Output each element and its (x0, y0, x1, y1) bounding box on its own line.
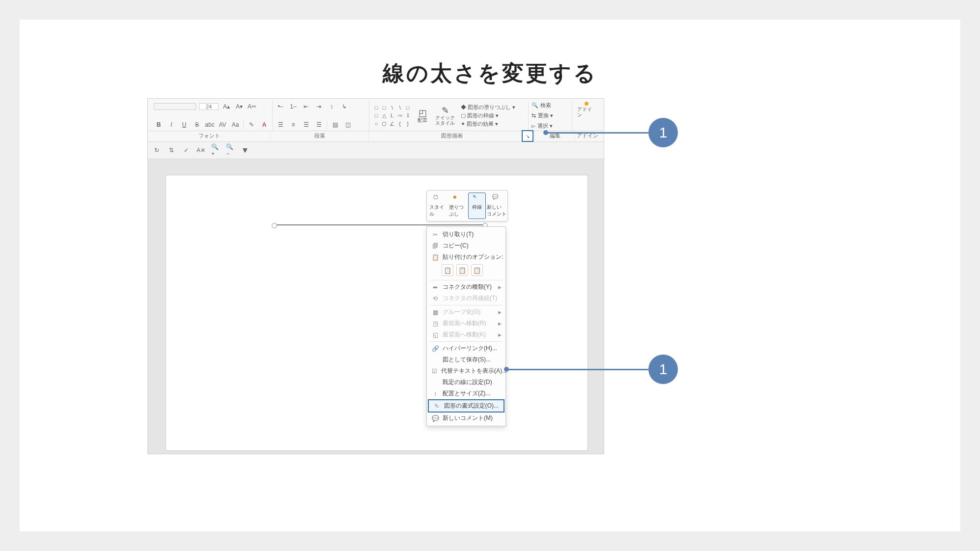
indent-dec-icon[interactable]: ⇤ (301, 102, 311, 111)
page-title: 線の太さを変更する (20, 59, 960, 88)
columns-icon[interactable]: ▤ (330, 120, 340, 130)
ctx-cut[interactable]: ✂切り取り(T) (427, 229, 505, 240)
qat-icon-2[interactable]: ⇅ (167, 145, 176, 155)
group-label-drawing: 図形描画 ↘ (369, 131, 535, 141)
font-name-input[interactable] (154, 103, 196, 110)
bullets-icon[interactable]: •– (276, 102, 285, 111)
paste-chip-1[interactable]: 📋 (442, 264, 453, 276)
ctx-default-line[interactable]: 既定の線に設定(D) (427, 377, 505, 388)
align-center-icon[interactable]: ≡ (288, 120, 298, 130)
selected-shape-line[interactable] (274, 224, 485, 225)
mini-comment-button[interactable]: 💬 新しい コメント (488, 193, 505, 219)
smartart-icon[interactable]: ◫ (343, 120, 353, 130)
callout-1-badge-menu: 1 (648, 355, 678, 384)
quick-access-toolbar: ↻ ⇅ ✓ A✕ 🔍+ 🔍− ⯆ (148, 142, 604, 159)
qat-overflow-icon[interactable]: ⯆ (240, 145, 250, 155)
align-right-icon[interactable]: ☰ (301, 120, 311, 130)
ctx-new-comment[interactable]: 💬新しいコメント(M) (427, 413, 505, 424)
bold-icon[interactable]: B (154, 120, 164, 130)
ribbon-group-drawing: □□\\□ □△L⇨⇩ ○⬡∠{} ◰ 配置 (369, 101, 529, 131)
qat-icon-4[interactable]: A✕ (196, 145, 206, 155)
paste-chip-3[interactable]: 📋 (471, 264, 483, 276)
qat-icon-3[interactable]: ✓ (181, 145, 191, 155)
increase-font-icon[interactable]: A▴ (222, 102, 231, 111)
ctx-send-back: ◱最背面へ移動(K)▶ (427, 329, 505, 340)
ribbon-group-paragraph: •– 1– ⇤ ⇥ ↕ ↳ ☰ ≡ ☰ ☰ ▤ ◫ (273, 101, 369, 131)
justify-icon[interactable]: ☰ (314, 120, 324, 130)
shape-fill-button[interactable]: ◆ 図形の塗りつぶし ▾ (461, 104, 515, 111)
callout-1-line-menu (506, 369, 648, 370)
ribbon-group-addin: アドイン (572, 101, 601, 131)
mini-style-button[interactable]: ▢ スタイル (429, 193, 447, 219)
ribbon-group-font: A▴ A▾ A✂ B I U S abc AV Aa ✎ A (151, 101, 273, 131)
ctx-bring-front: ◳最前面へ移動(R)▶ (427, 318, 505, 329)
addin-button[interactable]: アドイン (575, 102, 598, 117)
ctx-size-position[interactable]: ↕配置とサイズ(Z)... (427, 388, 505, 399)
drawing-dialog-launcher[interactable]: ↘ (522, 130, 533, 142)
mini-fill-button[interactable]: ◆ 塗りつぶし (448, 193, 466, 219)
font-color-icon[interactable]: A (259, 120, 269, 130)
ribbon: A▴ A▾ A✂ B I U S abc AV Aa ✎ A (148, 99, 604, 131)
callout-1-badge-ribbon: 1 (648, 118, 678, 147)
font-size-input[interactable] (199, 103, 219, 110)
shape-outline-button[interactable]: ▢ 図形の枠線 ▾ (461, 112, 515, 119)
char-spacing-icon[interactable]: AV (218, 120, 227, 130)
decrease-font-icon[interactable]: A▾ (234, 102, 244, 111)
resize-handle-left[interactable] (272, 223, 277, 228)
select-button[interactable]: ▻ 選択 ▾ (532, 122, 569, 130)
replace-button[interactable]: ⇆ 置換 ▾ (532, 112, 569, 119)
align-left-icon[interactable]: ☰ (276, 120, 285, 130)
paste-options-row: 📋 📋 📋 (427, 263, 505, 279)
context-menu: ✂切り取り(T) 🗐コピー(C) 📋貼り付けのオプション: 📋 📋 📋 ➦コネク… (426, 226, 506, 426)
clear-format-icon[interactable]: A✂ (247, 102, 257, 111)
line-spacing-icon[interactable]: ↕ (327, 102, 336, 111)
ctx-hyperlink[interactable]: 🔗ハイパーリンク(H)... (427, 343, 505, 354)
text-direction-icon[interactable]: ↳ (339, 102, 349, 111)
quick-style-button[interactable]: ✎ クイック スタイル (433, 106, 457, 126)
highlight-icon[interactable]: ✎ (247, 120, 256, 130)
word-window: A▴ A▾ A✂ B I U S abc AV Aa ✎ A (147, 98, 604, 454)
shapes-gallery[interactable]: □□\\□ □△L⇨⇩ ○⬡∠{} (372, 104, 412, 127)
text-shadow-icon[interactable]: abc (205, 120, 215, 130)
ribbon-group-edit: 🔍 検索 ⇆ 置換 ▾ ▻ 選択 ▾ (529, 101, 572, 131)
document-viewport: ▢ スタイル ◆ 塗りつぶし ✎ 枠線 💬 新 (148, 159, 604, 454)
ctx-group: ▦グループ化(G)▶ (427, 306, 505, 318)
ctx-paste-options: 📋貼り付けのオプション: (427, 251, 505, 263)
group-label-font: フォント (148, 131, 271, 141)
ctx-save-as-picture[interactable]: 図として保存(S)... (427, 354, 505, 365)
arrange-button[interactable]: ◰ 配置 (416, 109, 429, 123)
change-case-icon[interactable]: Aa (230, 120, 240, 130)
ctx-alt-text[interactable]: ☑代替テキストを表示(A)... (427, 365, 505, 377)
document-page: ▢ スタイル ◆ 塗りつぶし ✎ 枠線 💬 新 (166, 175, 588, 451)
mini-outline-button[interactable]: ✎ 枠線 (468, 193, 486, 219)
ribbon-group-labels: フォント 段落 図形描画 ↘ 編集 アドイン (148, 131, 604, 142)
shape-effects-button[interactable]: ✦ 図形の効果 ▾ (461, 120, 515, 128)
italic-icon[interactable]: I (167, 120, 176, 130)
strike-icon[interactable]: S (192, 120, 202, 130)
underline-icon[interactable]: U (179, 120, 189, 130)
ctx-connector-reconnect: ⟲コネクタの再接続(T) (427, 293, 505, 304)
group-label-paragraph: 段落 (271, 131, 369, 141)
qat-icon-1[interactable]: ↻ (152, 145, 162, 155)
callout-1-line-ribbon (546, 132, 648, 134)
ctx-format-shape[interactable]: ✎図形の書式設定(O)... (428, 399, 504, 413)
mini-toolbar: ▢ スタイル ◆ 塗りつぶし ✎ 枠線 💬 新 (426, 190, 508, 221)
indent-inc-icon[interactable]: ⇥ (314, 102, 324, 111)
ctx-connector-type[interactable]: ➦コネクタの種類(Y)▶ (427, 281, 505, 293)
zoom-out-icon[interactable]: 🔍− (225, 145, 235, 155)
zoom-in-icon[interactable]: 🔍+ (211, 145, 221, 155)
paste-chip-2[interactable]: 📋 (456, 264, 468, 276)
ctx-copy[interactable]: 🗐コピー(C) (427, 240, 505, 251)
find-button[interactable]: 🔍 検索 (532, 102, 569, 109)
numbering-icon[interactable]: 1– (288, 102, 298, 111)
